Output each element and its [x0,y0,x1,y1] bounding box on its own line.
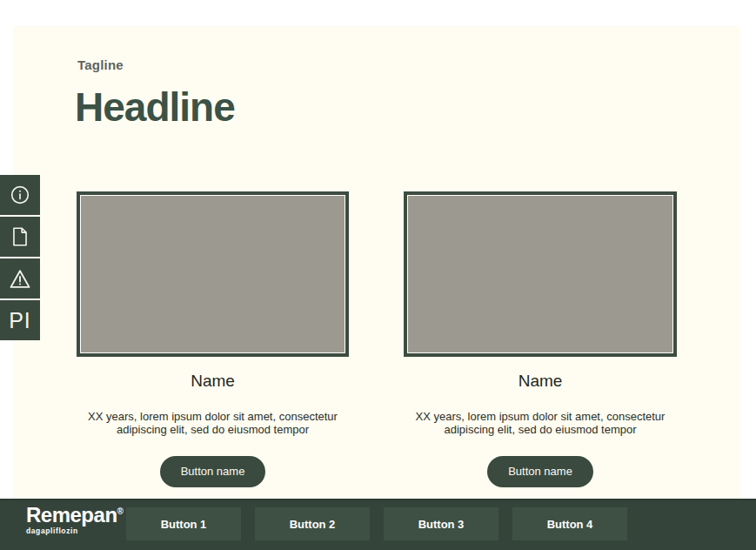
page: Tagline Headline [0,0,756,550]
registered-mark: ® [117,506,124,516]
sidebar: PI [0,175,40,340]
footer-button-2[interactable]: Button 2 [255,507,370,540]
card: Name XX years, lorem ipsum dolor sit ame… [404,191,677,487]
card-description: XX years, lorem ipsum dolor sit amet, co… [404,410,677,437]
brand-name: Remepan® [26,505,123,526]
footer-button-3[interactable]: Button 3 [384,507,498,540]
sidebar-item-pi[interactable]: PI [0,300,40,340]
sidebar-item-warning[interactable] [0,258,40,298]
footer-button-4[interactable]: Button 4 [512,507,627,540]
sidebar-item-info[interactable] [0,175,40,215]
footer: Remepan® dagapliflozin Button 1 Button 2… [0,499,756,550]
page-title: Headline [75,84,235,131]
card-description: XX years, lorem ipsum dolor sit amet, co… [77,410,349,437]
info-icon [9,184,31,206]
card-name: Name [404,372,677,391]
image-placeholder [404,191,677,357]
document-icon [9,225,31,248]
footer-button-1[interactable]: Button 1 [126,507,241,540]
card-name: Name [77,372,349,391]
pi-label: PI [9,308,31,333]
warning-icon [8,266,32,291]
tagline: Tagline [77,57,124,72]
footer-nav: Button 1 Button 2 Button 3 Button 4 [126,507,627,540]
card-action-button[interactable]: Button name [487,456,593,487]
sidebar-item-document[interactable] [0,217,40,257]
brand-subtitle: dagapliflozin [26,527,123,535]
card-action-button[interactable]: Button name [160,456,266,487]
image-placeholder [77,191,349,357]
card: Name XX years, lorem ipsum dolor sit ame… [77,191,349,487]
brand-logo: Remepan® dagapliflozin [26,505,123,535]
